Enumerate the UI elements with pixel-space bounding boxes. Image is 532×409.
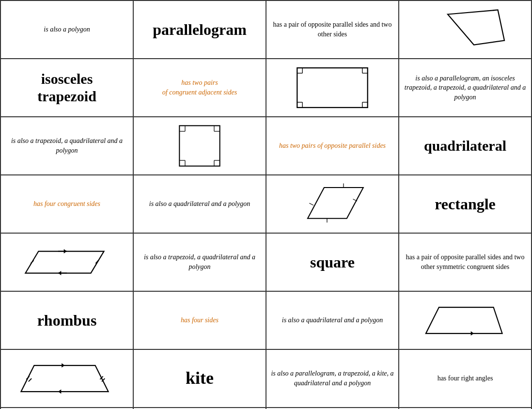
- svg-marker-28: [58, 271, 61, 275]
- svg-marker-38: [58, 390, 61, 394]
- cell-r2c0: is also a trapezoid, a quadrilateral and…: [1, 117, 134, 175]
- text-r1c0: isoscelestrapezoid: [37, 70, 96, 105]
- svg-marker-34: [21, 365, 109, 392]
- cell-r5c2: is also a quadrilateral and a polygon: [266, 292, 399, 350]
- svg-square: [175, 122, 224, 170]
- cell-r0c2: has a pair of opposite parallel sides an…: [266, 1, 399, 59]
- text-r1c3: is also a parallelogram, an isosceles tr…: [403, 74, 527, 102]
- text-r4c2: square: [310, 253, 355, 271]
- cell-r3c3: rectangle: [399, 175, 532, 234]
- svg-marker-36: [62, 363, 64, 368]
- text-r6c1: kite: [186, 368, 214, 389]
- svg-marker-33: [471, 331, 474, 336]
- cell-r1c0: isoscelestrapezoid: [1, 59, 134, 117]
- text-r2c3: quadrilateral: [424, 137, 506, 155]
- text-r5c0: rhombus: [37, 311, 97, 330]
- svg-marker-19: [308, 188, 363, 219]
- text-r2c2: has two pairs of opposite parallel sides: [279, 141, 386, 151]
- cell-r0c0: is also a polygon: [1, 1, 134, 59]
- svg-trapezoid-left: [11, 357, 123, 400]
- svg-marker-31: [426, 307, 502, 333]
- cell-r2c2: has two pairs of opposite parallel sides: [266, 117, 399, 175]
- text-r4c3: has a pair of opposite parallel sides an…: [403, 252, 527, 271]
- svg-trapezoid-irregular: [417, 8, 514, 51]
- text-r3c0: has four congruent sides: [33, 199, 100, 209]
- text-r6c3: has four right angles: [438, 374, 493, 383]
- svg-marker-26: [64, 249, 67, 253]
- text-r4c1: is also a trapezoid, a quadrilateral and…: [138, 252, 262, 271]
- text-r1c1: has two pairsof congruent adjacent sides: [162, 78, 237, 97]
- cell-r2c3: quadrilateral: [399, 117, 532, 175]
- cell-r1c2: [266, 59, 399, 117]
- svg-trapezoid: [414, 299, 516, 342]
- cell-r4c2: square: [266, 234, 399, 292]
- svg-rect-1: [297, 68, 367, 108]
- svg-line-40: [29, 378, 31, 381]
- cell-r6c0: [1, 350, 134, 408]
- cell-r3c1: is also a quadrilateral and a polygon: [134, 175, 266, 234]
- svg-parallelogram: [286, 179, 378, 229]
- cell-r1c1: has two pairsof congruent adjacent sides: [134, 59, 266, 117]
- cell-r4c3: has a pair of opposite parallel sides an…: [399, 234, 532, 292]
- svg-rect-10: [179, 126, 219, 166]
- text-r0c0: is also a polygon: [44, 25, 90, 34]
- text-r5c2: is also a quadrilateral and a polygon: [282, 315, 383, 325]
- cell-r4c0: [1, 234, 134, 292]
- cell-r1c3: is also a parallelogram, an isosceles tr…: [399, 59, 532, 117]
- main-grid: is also a polygon parallelogram has a pa…: [0, 0, 532, 409]
- text-r6c2: is also a parallelogram, a trapezoid, a …: [270, 369, 394, 388]
- cell-r0c1: parallelogram: [134, 1, 266, 59]
- svg-marker-24: [26, 252, 104, 273]
- svg-rectangle: [286, 63, 378, 112]
- cell-r4c1: is also a trapezoid, a quadrilateral and…: [134, 234, 266, 292]
- text-r0c2: has a pair of opposite parallel sides an…: [270, 20, 394, 39]
- cell-r3c0: has four congruent sides: [1, 175, 134, 234]
- svg-line-22: [309, 203, 313, 205]
- cell-r5c1: has four sides: [134, 292, 266, 350]
- cell-r5c0: rhombus: [1, 292, 134, 350]
- cell-r0c3: [399, 1, 532, 59]
- cell-r6c1: kite: [134, 350, 266, 408]
- cell-r2c1: [134, 117, 266, 175]
- cell-r6c2: is also a parallelogram, a trapezoid, a …: [266, 350, 399, 408]
- text-r0c1: parallelogram: [153, 20, 247, 39]
- svg-parallelogram-flat: [11, 240, 123, 284]
- svg-marker-0: [448, 10, 504, 45]
- cell-r5c3: [399, 292, 532, 350]
- text-r3c3: rectangle: [435, 195, 496, 213]
- text-r2c0: is also a trapezoid, a quadrilateral and…: [5, 136, 129, 155]
- text-r3c1: is also a quadrilateral and a polygon: [149, 199, 250, 209]
- cell-r3c2: [266, 175, 399, 234]
- text-r5c1: has four sides: [181, 315, 219, 325]
- cell-r6c3: has four right angles: [399, 350, 532, 408]
